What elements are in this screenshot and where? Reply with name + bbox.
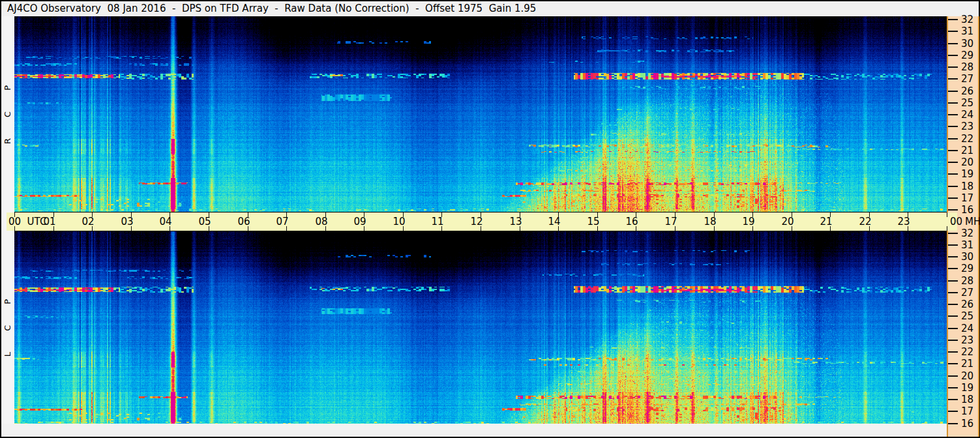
freq-label: 29 xyxy=(961,50,978,61)
freq-label: 28 xyxy=(961,275,978,287)
lcp-spectrogram-canvas xyxy=(14,231,947,424)
time-hour-label: 21 xyxy=(820,216,832,227)
freq-label: 22 xyxy=(961,133,978,145)
freq-label: 31 xyxy=(961,25,978,37)
time-hour-label: 08 xyxy=(315,216,327,227)
freq-tick xyxy=(948,114,958,115)
freq-label: 18 xyxy=(961,181,978,192)
freq-tick xyxy=(948,399,958,400)
freq-label: 29 xyxy=(961,263,978,274)
freq-label: 30 xyxy=(961,38,978,50)
time-hour-label: 15 xyxy=(587,216,599,227)
time-hour-label: 02 xyxy=(82,216,94,227)
freq-tick xyxy=(948,102,958,104)
time-hour-label: 04 xyxy=(159,216,171,227)
freq-label: 32 xyxy=(961,227,978,239)
time-hour-label: 10 xyxy=(393,216,405,227)
lcp-panel-label: L C P xyxy=(3,289,13,367)
freq-label: 20 xyxy=(961,156,978,168)
freq-tick xyxy=(948,256,958,257)
freq-tick xyxy=(948,315,958,317)
freq-tick xyxy=(948,78,958,80)
freq-tick xyxy=(948,186,958,187)
time-hour-label: 11 xyxy=(431,216,443,227)
time-hour-label: 20 xyxy=(781,216,794,227)
freq-tick xyxy=(948,43,958,44)
freq-tick xyxy=(948,150,958,151)
rcp-panel-label: R C P xyxy=(3,76,13,154)
time-hour-label: 05 xyxy=(198,216,211,227)
freq-label: 31 xyxy=(961,239,978,251)
time-hour-label: 17 xyxy=(664,216,677,227)
freq-tick xyxy=(948,375,958,377)
freq-label: 22 xyxy=(961,346,978,358)
time-axis-strip: 00 UTC0102030405060708091011121314151617… xyxy=(7,212,957,231)
freq-label: 30 xyxy=(961,251,978,263)
freq-tick xyxy=(948,363,958,364)
time-hour-label: 22 xyxy=(859,216,871,227)
time-hour-label: 13 xyxy=(509,216,522,227)
spectrogram-viewer: AJ4CO Observatory 08 Jan 2016 - DPS on T… xyxy=(0,0,980,438)
time-hour-label: 09 xyxy=(353,216,366,227)
freq-tick xyxy=(948,66,958,68)
freq-tick xyxy=(948,340,958,341)
freq-label: 26 xyxy=(961,85,978,97)
freq-label: 23 xyxy=(961,121,978,132)
freq-tick xyxy=(948,138,958,139)
freq-label: 25 xyxy=(961,97,978,109)
freq-tick xyxy=(948,197,958,199)
freq-label: 32 xyxy=(961,14,978,25)
freq-tick xyxy=(948,55,958,56)
mhz-unit-label: MHz xyxy=(965,216,980,227)
time-tick xyxy=(947,226,947,231)
bottom-margin-strip xyxy=(1,424,947,437)
freq-tick xyxy=(948,423,958,424)
freq-label: 17 xyxy=(961,192,978,204)
freq-tick xyxy=(948,411,958,412)
rcp-spectrogram-canvas xyxy=(14,16,947,212)
freq-tick xyxy=(948,162,958,163)
time-hour-label: 03 xyxy=(121,216,133,227)
time-hour-label: 18 xyxy=(704,216,716,227)
time-hour-label: 12 xyxy=(470,216,483,227)
freq-tick xyxy=(948,280,958,282)
freq-label: 20 xyxy=(961,370,978,382)
freq-tick xyxy=(948,268,958,269)
freq-tick xyxy=(948,91,958,92)
freq-tick xyxy=(948,31,958,32)
freq-label: 21 xyxy=(961,145,978,156)
freq-label: 24 xyxy=(961,323,978,334)
window-title: AJ4CO Observatory 08 Jan 2016 - DPS on T… xyxy=(1,1,979,16)
freq-label: 16 xyxy=(961,418,978,430)
time-hour-label: 23 xyxy=(897,216,910,227)
time-hour-label: 16 xyxy=(625,216,638,227)
freq-tick xyxy=(948,233,958,234)
freq-label: 28 xyxy=(961,61,978,73)
freq-label: 27 xyxy=(961,73,978,85)
freq-label: 19 xyxy=(961,382,978,394)
freq-label: 18 xyxy=(961,394,978,405)
freq-tick xyxy=(948,351,958,353)
freq-tick xyxy=(948,387,958,388)
freq-tick xyxy=(948,209,958,211)
freq-tick xyxy=(948,328,958,329)
freq-label: 27 xyxy=(961,287,978,299)
freq-label: 24 xyxy=(961,109,978,121)
freq-label: 23 xyxy=(961,334,978,346)
freq-label: 26 xyxy=(961,299,978,310)
time-hour-label: 01 xyxy=(43,216,55,227)
time-hour-label: 14 xyxy=(548,216,560,227)
freq-label: 17 xyxy=(961,405,978,417)
freq-tick xyxy=(948,126,958,127)
freq-tick xyxy=(948,304,958,305)
time-hour-label: 07 xyxy=(276,216,288,227)
freq-tick xyxy=(948,19,958,20)
time-hour-label: 00 xyxy=(950,216,962,227)
freq-label: 16 xyxy=(961,204,978,216)
time-hour-label: 00 UTC xyxy=(8,216,46,227)
freq-label: 25 xyxy=(961,310,978,322)
freq-label: 19 xyxy=(961,168,978,180)
freq-tick xyxy=(948,173,958,175)
freq-label: 21 xyxy=(961,358,978,370)
time-hour-label: 19 xyxy=(742,216,754,227)
